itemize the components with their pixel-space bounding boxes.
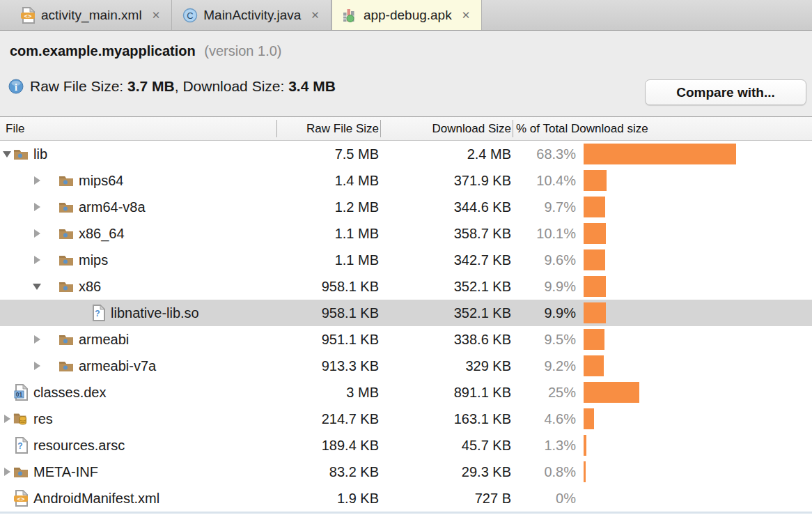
file-cell: armeabi-v7a <box>0 353 277 379</box>
arrow-spacer <box>3 493 13 503</box>
percent-value: 9.9% <box>513 305 577 321</box>
percent-bar-cell <box>577 167 812 194</box>
file-cell: ?resources.arsc <box>0 432 277 459</box>
file-cell: arm64-v8a <box>0 194 277 220</box>
collapse-arrow-icon[interactable] <box>33 282 42 291</box>
expand-arrow-icon[interactable] <box>33 361 42 371</box>
file-cell: mips64 <box>0 167 277 194</box>
table-row[interactable]: ?libnative-lib.so958.1 KB352.1 KB9.9% <box>0 300 812 326</box>
close-tab-icon[interactable]: ✕ <box>311 10 320 20</box>
table-row[interactable]: 01classes.dex3 MB891.1 KB25% <box>0 379 812 406</box>
column-header-download-size[interactable]: Download Size <box>381 117 513 140</box>
unknown-file-icon: ? <box>91 305 106 321</box>
percent-value: 9.7% <box>513 199 577 215</box>
arrow-spacer <box>3 440 13 450</box>
download-size-value: 352.1 KB <box>381 279 513 295</box>
file-name: resources.arsc <box>33 438 125 454</box>
svg-text:?: ? <box>17 441 22 451</box>
raw-file-size-value: 83.2 KB <box>277 464 381 480</box>
percent-value: 9.6% <box>513 252 577 268</box>
table-row[interactable]: META-INF83.2 KB29.3 KB0.8% <box>0 459 812 485</box>
column-header-percent-of-total[interactable]: % of Total Download size <box>513 117 812 140</box>
raw-file-size-value: 7.5 MB <box>277 146 381 162</box>
download-size-value: 352.1 KB <box>381 305 513 321</box>
download-size-value: 163.1 KB <box>381 411 513 427</box>
percent-value: 0% <box>513 491 577 507</box>
tab-label: MainActivity.java <box>203 8 301 23</box>
table-row[interactable]: x86_641.1 MB358.7 KB10.1% <box>0 220 812 247</box>
package-line: com.example.myapplication (version 1.0) <box>0 31 812 59</box>
column-header-raw-file-size[interactable]: Raw File Size <box>277 117 381 140</box>
size-separator: , <box>175 78 183 95</box>
raw-file-size-value: 958.1 KB <box>277 279 381 295</box>
download-size-value: 45.7 KB <box>381 438 513 454</box>
raw-size-label: Raw File Size: <box>30 78 127 95</box>
percent-value: 10.1% <box>513 226 577 242</box>
folder-icon <box>13 146 29 162</box>
unknown-file-icon: ? <box>13 437 29 454</box>
raw-file-size-value: 958.1 KB <box>277 305 381 321</box>
file-cell: META-INF <box>0 459 277 485</box>
close-tab-icon[interactable]: ✕ <box>462 10 471 20</box>
table-row[interactable]: x86958.1 KB352.1 KB9.9% <box>0 273 812 300</box>
percent-bar <box>584 302 606 323</box>
apk-summary-panel: com.example.myapplication (version 1.0) … <box>0 31 812 117</box>
compare-with-button[interactable]: Compare with... <box>645 79 806 105</box>
file-tree-table: lib7.5 MB2.4 MB68.3%mips641.4 MB371.9 KB… <box>0 141 812 512</box>
res-folder-icon <box>13 410 29 427</box>
table-header: File Raw File Size Download Size % of To… <box>0 117 812 141</box>
xml-file-icon: <> <box>13 490 29 507</box>
package-name: com.example.myapplication <box>10 43 196 59</box>
percent-value: 9.2% <box>513 358 577 374</box>
raw-file-size-value: 3 MB <box>277 385 381 401</box>
table-row[interactable]: mips641.4 MB371.9 KB10.4% <box>0 167 812 194</box>
editor-tab-activity-main-xml[interactable]: <>activity_main.xml✕ <box>10 0 172 30</box>
folder-icon <box>58 331 74 348</box>
download-size-value: 2.4 MB <box>381 146 513 162</box>
tab-bar-leading-space <box>0 0 10 30</box>
table-row[interactable]: armeabi951.1 KB338.6 KB9.5% <box>0 326 812 353</box>
file-cell: x86_64 <box>0 220 277 247</box>
expand-arrow-icon[interactable] <box>33 229 42 238</box>
percent-bar <box>584 329 604 350</box>
table-row[interactable]: ?resources.arsc189.4 KB45.7 KB1.3% <box>0 432 812 459</box>
percent-bar <box>584 223 606 244</box>
expand-arrow-icon[interactable] <box>33 335 42 344</box>
download-size-value: 358.7 KB <box>381 226 513 242</box>
table-row[interactable]: mips1.1 MB342.7 KB9.6% <box>0 247 812 273</box>
percent-bar-cell <box>577 432 812 459</box>
expand-arrow-icon[interactable] <box>33 176 42 185</box>
tab-label: app-debug.apk <box>364 8 452 23</box>
apk-analyzer-window: <>activity_main.xml✕CMainActivity.java✕a… <box>0 0 812 515</box>
expand-arrow-icon[interactable] <box>3 414 13 424</box>
percent-bar-cell <box>577 406 812 432</box>
table-row[interactable]: <>AndroidManifest.xml1.9 KB727 B0% <box>0 485 812 512</box>
collapse-arrow-icon[interactable] <box>3 149 13 159</box>
percent-bar <box>584 249 605 270</box>
expand-arrow-icon[interactable] <box>3 467 13 477</box>
raw-file-size-value: 214.7 KB <box>277 411 381 427</box>
close-tab-icon[interactable]: ✕ <box>152 10 161 20</box>
dex-file-icon: 01 <box>13 384 29 401</box>
editor-tab-app-debug-apk[interactable]: app-debug.apk✕ <box>331 0 482 30</box>
table-row[interactable]: arm64-v8a1.2 MB344.6 KB9.7% <box>0 194 812 220</box>
bottom-scroll-strip <box>0 512 812 514</box>
percent-bar-cell <box>577 326 812 353</box>
percent-bar-cell <box>577 485 812 512</box>
svg-text:01: 01 <box>16 391 23 398</box>
raw-file-size-value: 951.1 KB <box>277 332 381 348</box>
file-name: classes.dex <box>33 385 107 401</box>
editor-tab-mainactivity-java[interactable]: CMainActivity.java✕ <box>172 0 331 30</box>
expand-arrow-icon[interactable] <box>33 202 42 212</box>
column-header-file[interactable]: File <box>0 117 277 140</box>
percent-bar-cell <box>577 141 812 167</box>
expand-arrow-icon[interactable] <box>33 255 42 265</box>
file-cell: res <box>0 406 277 432</box>
svg-text:<>: <> <box>17 495 25 502</box>
table-row[interactable]: res214.7 KB163.1 KB4.6% <box>0 406 812 432</box>
download-size-value: 3.4 MB <box>288 78 336 95</box>
table-row[interactable]: lib7.5 MB2.4 MB68.3% <box>0 141 812 167</box>
download-size-value: 29.3 KB <box>381 464 513 480</box>
folder-icon <box>58 199 74 215</box>
table-row[interactable]: armeabi-v7a913.3 KB329 KB9.2% <box>0 353 812 379</box>
